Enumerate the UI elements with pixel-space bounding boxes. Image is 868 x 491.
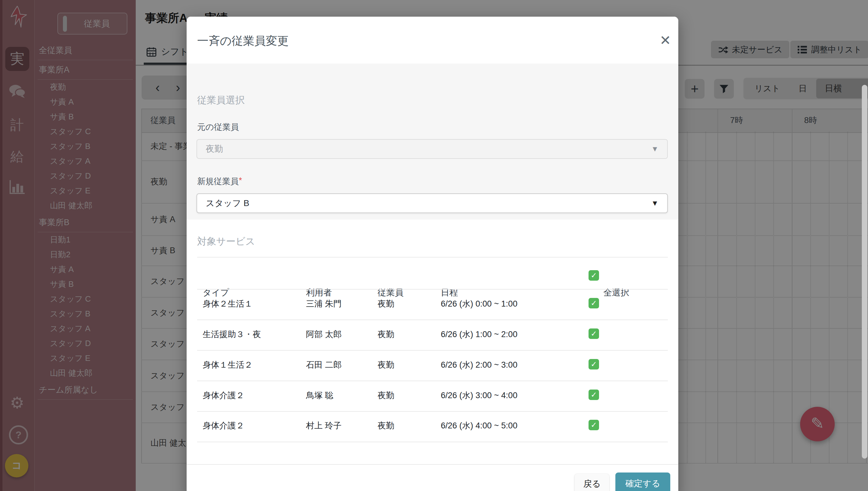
back-button-label: 戻る: [583, 478, 601, 490]
to-employee-select[interactable]: スタッフ B ▼: [197, 193, 668, 213]
to-employee-label-wrap: 新規従業員*: [197, 176, 242, 187]
service-schedule: 6/26 (水) 4:00 ~ 5:00: [441, 420, 517, 431]
service-checkbox[interactable]: [588, 420, 599, 430]
col-header-schedule: 日程: [441, 287, 458, 298]
divider: [197, 289, 668, 290]
service-type: 身体介護２: [203, 420, 244, 431]
service-schedule: 6/26 (水) 1:00 ~ 2:00: [441, 329, 517, 340]
row-divider: [197, 442, 668, 442]
service-employee: 夜勤: [378, 359, 394, 370]
service-user: 村上 玲子: [306, 420, 342, 431]
service-user: 鳥塚 聡: [306, 390, 334, 401]
service-user: 石田 二郎: [306, 359, 342, 370]
select-all-label: 全選択: [603, 287, 629, 298]
to-employee-value: スタッフ B: [206, 197, 249, 209]
service-employee: 夜勤: [378, 298, 394, 309]
required-asterisk: *: [239, 176, 242, 185]
select-all-checkbox[interactable]: [588, 270, 599, 281]
service-type: 身体介護２: [203, 390, 244, 401]
service-checkbox[interactable]: [588, 298, 599, 309]
service-type: 身体１生活２: [203, 359, 253, 370]
bulk-employee-change-modal: 一斉の従業員変更 ✕ 従業員選択 元の従業員 夜勤 ▼ 新規従業員* スタッフ …: [186, 17, 678, 491]
chevron-down-icon: ▼: [651, 199, 659, 208]
to-employee-label: 新規従業員: [197, 177, 239, 186]
target-services-title: 対象サービス: [197, 235, 255, 248]
modal-title: 一斉の従業員変更: [197, 33, 289, 49]
service-type: 身体２生活１: [203, 298, 253, 309]
chevron-down-icon: ▼: [651, 145, 659, 153]
from-employee-select: 夜勤 ▼: [197, 139, 668, 159]
close-icon[interactable]: ✕: [657, 31, 674, 49]
service-checkbox[interactable]: [588, 328, 599, 339]
back-button[interactable]: 戻る: [575, 474, 609, 491]
from-employee-label: 元の従業員: [197, 121, 239, 133]
from-employee-value: 夜勤: [206, 143, 223, 155]
service-employee: 夜勤: [378, 420, 394, 431]
service-user: 三浦 朱門: [306, 298, 342, 309]
confirm-button[interactable]: 確定する: [615, 472, 670, 491]
service-checkbox[interactable]: [588, 359, 599, 370]
service-schedule: 6/26 (水) 0:00 ~ 1:00: [441, 298, 517, 309]
service-type: 生活援助３・夜: [203, 329, 261, 340]
service-employee: 夜勤: [378, 390, 394, 401]
employee-selection-title: 従業員選択: [197, 94, 245, 107]
service-checkbox[interactable]: [588, 389, 599, 400]
col-header-employee: 従業員: [378, 287, 403, 298]
col-header-user: 利用者: [306, 287, 332, 298]
page-scrollbar[interactable]: [862, 85, 867, 459]
row-divider: [197, 411, 668, 412]
service-schedule: 6/26 (水) 3:00 ~ 4:00: [441, 390, 517, 401]
service-user: 阿部 太郎: [306, 329, 342, 340]
divider: [197, 257, 668, 258]
row-divider: [197, 381, 668, 381]
confirm-button-label: 確定する: [625, 478, 660, 489]
target-services-section: [186, 220, 678, 464]
service-schedule: 6/26 (水) 2:00 ~ 3:00: [441, 359, 517, 370]
row-divider: [197, 319, 668, 320]
service-employee: 夜勤: [378, 329, 394, 340]
row-divider: [197, 350, 668, 351]
col-header-type: タイプ: [203, 287, 229, 298]
